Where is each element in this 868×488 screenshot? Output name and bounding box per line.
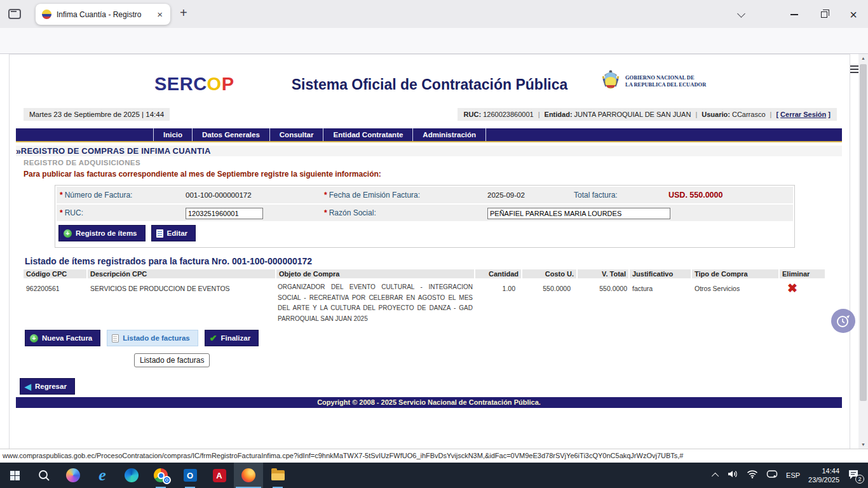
list-document-icon bbox=[112, 334, 119, 342]
ruc-label: RUC: bbox=[464, 111, 482, 118]
file-explorer-icon bbox=[271, 470, 285, 480]
nav-item-inicio[interactable]: Inicio bbox=[153, 128, 192, 141]
table-row: 962200561 SERVICIOS DE PRODUCCION DE EVE… bbox=[24, 278, 825, 324]
usuario-value: CCarrasco bbox=[732, 111, 766, 118]
listado-facturas-tooltip: Listado de facturas bbox=[134, 353, 210, 367]
col-tipo-compra: Tipo de Compra bbox=[692, 269, 778, 278]
items-table-header: Código CPC Descripción CPC Objeto de Com… bbox=[24, 269, 825, 278]
browser-tab[interactable]: Infima Cuantía - Registro × bbox=[36, 4, 170, 25]
ruc-field-label: *RUC: bbox=[57, 208, 186, 217]
acrobat-icon: A bbox=[213, 469, 226, 482]
cell-descripcion-cpc: SERVICIOS DE PRODUCCION DE EVENTOS bbox=[88, 278, 275, 324]
edit-document-icon bbox=[156, 229, 163, 238]
window-restore-button[interactable] bbox=[815, 8, 834, 22]
taskbar-firefox-button[interactable] bbox=[234, 463, 263, 488]
col-justificativo: Justificativo bbox=[630, 269, 691, 278]
items-list-heading: Listado de ítems registrados para la fac… bbox=[25, 256, 312, 266]
new-tab-button[interactable]: + bbox=[180, 6, 187, 20]
total-factura-value: USD. 550.0000 bbox=[668, 191, 793, 200]
cell-codigo-cpc: 962200561 bbox=[24, 278, 86, 324]
col-v-total: V. Total bbox=[578, 269, 628, 278]
chrome-profile-badge bbox=[163, 476, 171, 484]
editar-button[interactable]: Editar bbox=[151, 225, 196, 241]
datetime-display: Martes 23 de Septiembre de 2025 | 14:44 bbox=[24, 108, 170, 121]
taskbar-outlook-button[interactable]: O bbox=[175, 463, 205, 488]
registro-items-button[interactable]: +Registro de ítems bbox=[58, 225, 146, 241]
entidad-value: JUNTA PARROQUIAL DE SAN JUAN bbox=[574, 111, 691, 118]
page-scrollbar[interactable]: ▲ ▼ bbox=[858, 54, 868, 449]
nav-item-consultar[interactable]: Consultar bbox=[269, 128, 323, 141]
section-title-bar: » REGISTRO DE COMPRAS DE INFIMA CUANTIA bbox=[16, 146, 842, 156]
cell-cantidad: 1.00 bbox=[475, 278, 521, 324]
taskbar-explorer-button[interactable] bbox=[263, 463, 292, 488]
col-cantidad: Cantidad bbox=[475, 269, 521, 278]
start-button[interactable] bbox=[0, 463, 29, 488]
taskbar-chrome-button[interactable] bbox=[146, 463, 175, 488]
notification-center-icon[interactable]: 2 bbox=[848, 469, 862, 482]
gold-divider bbox=[16, 141, 842, 142]
session-info: RUC: 1260023860001 | Entidad: JUNTA PARR… bbox=[458, 108, 837, 121]
taskbar-copilot-button[interactable] bbox=[58, 463, 88, 488]
windows-taskbar: e O A ESP 14:44 23/9/2025 2 bbox=[0, 463, 868, 488]
col-objeto-compra: Objeto de Compra bbox=[276, 269, 474, 278]
regresar-button[interactable]: ◀Regresar bbox=[20, 378, 75, 395]
instruction-text: Para publicar las facturas correspondien… bbox=[24, 170, 381, 179]
col-codigo-cpc: Código CPC bbox=[24, 269, 86, 278]
window-minimize-button[interactable] bbox=[785, 8, 804, 22]
title-marker: » bbox=[16, 146, 21, 156]
clock-date: 23/9/2025 bbox=[808, 475, 839, 484]
scroll-up-arrow[interactable]: ▲ bbox=[858, 56, 868, 60]
nav-item-entidad-contratante[interactable]: Entidad Contratante bbox=[323, 128, 412, 141]
invoice-form: *Número de Factura: 001-100-000000172 *F… bbox=[55, 185, 795, 248]
tray-expand-chevron-icon[interactable] bbox=[712, 473, 719, 480]
tab-close-icon[interactable]: × bbox=[156, 9, 164, 20]
items-table: Código CPC Descripción CPC Objeto de Com… bbox=[24, 269, 825, 324]
taskbar-clock[interactable]: 14:44 23/9/2025 bbox=[808, 466, 839, 485]
nav-item-administracion[interactable]: Administración bbox=[412, 128, 486, 141]
ruc-input[interactable] bbox=[186, 208, 263, 219]
plus-icon: + bbox=[30, 334, 38, 342]
plus-icon: + bbox=[64, 229, 72, 238]
browser-tab-strip: Infima Cuantía - Registro × + × bbox=[0, 0, 868, 28]
cell-costo-u: 550.0000 bbox=[522, 278, 576, 324]
page-title: Sistema Oficial de Contratación Pública bbox=[10, 76, 850, 93]
nav-item-datos-generales[interactable]: Datos Generales bbox=[192, 128, 269, 141]
copilot-icon bbox=[66, 468, 80, 482]
check-icon: ✔ bbox=[210, 333, 217, 343]
notification-count-badge: 2 bbox=[855, 475, 864, 484]
finalizar-button[interactable]: ✔Finalizar bbox=[205, 330, 259, 346]
ruc-value: 1260023860001 bbox=[483, 111, 534, 118]
window-close-button[interactable]: × bbox=[844, 8, 863, 22]
col-eliminar: Eliminar bbox=[780, 269, 825, 278]
firefox-view-icon[interactable] bbox=[8, 9, 21, 19]
clock-time: 14:44 bbox=[808, 466, 839, 475]
listado-facturas-button[interactable]: Listado de facturas bbox=[107, 330, 198, 346]
tab-title: Infima Cuantía - Registro bbox=[57, 10, 151, 19]
taskbar-edge-button[interactable] bbox=[117, 463, 146, 488]
page-content: SERCOP Sistema Oficial de Contratación P… bbox=[9, 54, 850, 449]
razon-social-input[interactable] bbox=[487, 208, 670, 219]
taskbar-ie-button[interactable]: e bbox=[88, 463, 117, 488]
action-buttons: +Nueva Factura Listado de facturas ✔Fina… bbox=[25, 330, 259, 346]
language-indicator[interactable]: ESP bbox=[786, 471, 800, 479]
browser-toolbar: ← → www.compraspublicas.gob.ec/ProcesoCo… bbox=[0, 28, 868, 54]
meet-now-icon[interactable] bbox=[766, 470, 778, 482]
list-tabs-chevron-icon[interactable] bbox=[737, 10, 745, 18]
section-title: REGISTRO DE COMPRAS DE INFIMA CUANTIA bbox=[21, 146, 211, 156]
usuario-label: Usuario: bbox=[702, 111, 730, 118]
numero-factura-value: 001-100-000000172 bbox=[186, 191, 321, 199]
site-favicon-icon bbox=[42, 10, 51, 19]
windows-logo-icon bbox=[10, 471, 20, 480]
taskbar-search-button[interactable] bbox=[29, 463, 58, 488]
logout-link[interactable]: [ Cerrar Sesión ] bbox=[776, 111, 831, 118]
government-logo: GOBIERNO NACIONAL DELA REPUBLICA DEL ECU… bbox=[600, 69, 706, 94]
delete-item-icon[interactable]: ✖ bbox=[787, 281, 797, 295]
scrollbar-thumb[interactable] bbox=[860, 64, 867, 401]
volume-icon[interactable] bbox=[727, 469, 738, 482]
nueva-factura-button[interactable]: +Nueva Factura bbox=[25, 330, 100, 346]
wifi-icon[interactable] bbox=[747, 470, 758, 481]
taskbar-acrobat-button[interactable]: A bbox=[205, 463, 234, 488]
scroll-down-arrow[interactable]: ▼ bbox=[858, 442, 868, 447]
floating-clock-widget[interactable] bbox=[831, 309, 855, 333]
cell-v-total: 550.0000 bbox=[578, 278, 628, 324]
